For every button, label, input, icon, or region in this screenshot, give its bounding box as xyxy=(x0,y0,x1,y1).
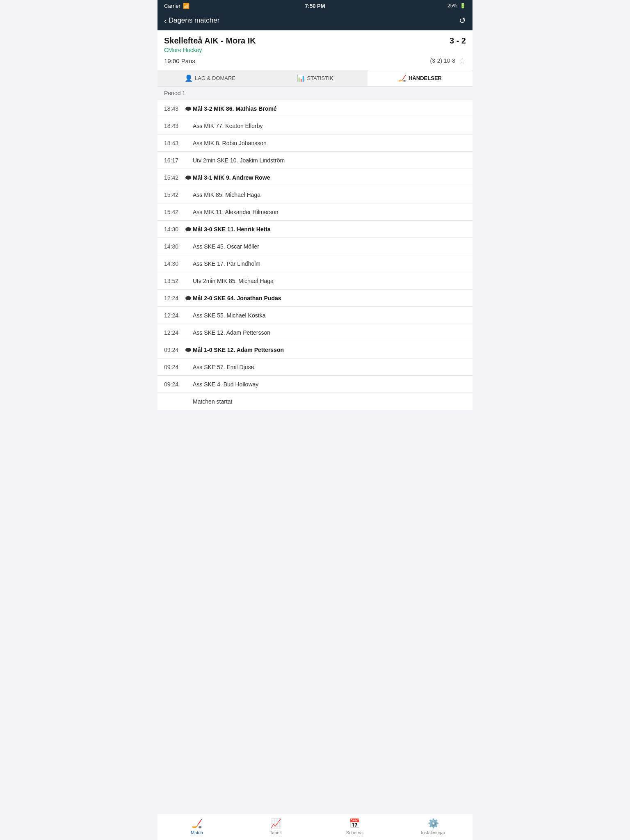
event-row: 12:24Ass SKE 55. Michael Kostka xyxy=(158,307,472,324)
match-title: Skellefteå AIK - Mora IK xyxy=(164,36,256,46)
event-time: 12:24 xyxy=(164,329,184,336)
event-row: 13:52Utv 2min MIK 85. Michael Haga xyxy=(158,272,472,290)
tab-lag-domare[interactable]: 👤 LAG & DOMARE xyxy=(158,70,262,86)
event-time: 14:30 xyxy=(164,243,184,250)
event-desc: Ass SKE 57. Emil Djuse xyxy=(193,364,466,370)
event-desc: Ass SKE 45. Oscar Möller xyxy=(193,243,466,250)
event-time: 12:24 xyxy=(164,295,184,301)
event-row: 18:43Ass MIK 77. Keaton Ellerby xyxy=(158,117,472,135)
event-row: 15:42Ass MIK 85. Michael Haga xyxy=(158,186,472,203)
event-desc: Ass SKE 55. Michael Kostka xyxy=(193,312,466,319)
events-section: Period 1 18:43Mål 3-2 MIK 86. Mathias Br… xyxy=(158,87,472,814)
event-time: 15:42 xyxy=(164,209,184,215)
event-row: 12:24Mål 2-0 SKE 64. Jonathan Pudas xyxy=(158,290,472,307)
match-header: Skellefteå AIK - Mora IK 3 - 2 CMore Hoc… xyxy=(158,30,472,70)
event-time: 18:43 xyxy=(164,105,184,112)
event-desc: Mål 2-0 SKE 64. Jonathan Pudas xyxy=(193,295,466,301)
event-row: 16:17Utv 2min SKE 10. Joakim Lindström xyxy=(158,152,472,169)
refresh-button[interactable]: ↺ xyxy=(459,16,466,25)
tab-bar: 👤 LAG & DOMARE 📊 STATISTIK 🏒 HÄNDELSER xyxy=(158,70,472,87)
match-title-row: Skellefteå AIK - Mora IK 3 - 2 xyxy=(164,36,466,46)
event-time: 16:17 xyxy=(164,157,184,164)
event-time: 15:42 xyxy=(164,192,184,198)
event-desc: Ass MIK 77. Keaton Ellerby xyxy=(193,123,466,129)
event-row: 09:24Mål 1-0 SKE 12. Adam Pettersson xyxy=(158,341,472,358)
event-time: 18:43 xyxy=(164,140,184,146)
puck-icon xyxy=(184,176,193,180)
tab-statistik[interactable]: 📊 STATISTIK xyxy=(262,70,368,86)
tab-lag-domare-label: LAG & DOMARE xyxy=(195,75,235,81)
tab-statistik-label: STATISTIK xyxy=(307,75,333,81)
battery-icon: 🔋 xyxy=(460,3,466,9)
event-row: 09:24Ass SKE 57. Emil Djuse xyxy=(158,358,472,376)
puck-icon xyxy=(184,348,193,352)
event-time: 14:30 xyxy=(164,260,184,267)
back-button[interactable]: ‹ Dagens matcher xyxy=(164,16,219,25)
match-period-score: (3-2) 10-8 xyxy=(430,57,455,64)
tab-handelser[interactable]: 🏒 HÄNDELSER xyxy=(368,70,472,86)
installningar-tab-icon: ⚙️ xyxy=(428,818,439,829)
event-desc: Ass SKE 4. Bud Holloway xyxy=(193,381,466,388)
bottom-tab-tabell[interactable]: 📈 Tabell xyxy=(236,817,315,836)
tabell-tab-icon: 📈 xyxy=(270,818,281,829)
schema-tab-icon: 📅 xyxy=(349,818,360,829)
event-time: 14:30 xyxy=(164,226,184,233)
event-desc: Ass SKE 12. Adam Pettersson xyxy=(193,329,466,336)
event-desc: Ass MIK 8. Robin Johansson xyxy=(193,140,466,146)
event-time: 09:24 xyxy=(164,347,184,353)
event-desc: Mål 3-2 MIK 86. Mathias Bromé xyxy=(193,105,466,112)
event-desc: Utv 2min MIK 85. Michael Haga xyxy=(193,278,466,284)
puck-icon xyxy=(184,296,193,300)
event-desc: Ass MIK 11. Alexander Hilmerson xyxy=(193,209,466,215)
event-row: 09:24Ass SKE 4. Bud Holloway xyxy=(158,376,472,393)
event-time: 13:52 xyxy=(164,278,184,284)
period-label: Period 1 xyxy=(164,90,185,96)
match-score: 3 - 2 xyxy=(450,36,466,46)
match-channel: CMore Hockey xyxy=(164,47,466,53)
back-label: Dagens matcher xyxy=(169,16,220,25)
event-row: 14:30Mål 3-0 SKE 11. Henrik Hetta xyxy=(158,221,472,238)
puck-icon xyxy=(184,107,193,111)
period-header: Period 1 xyxy=(158,87,472,100)
event-row: 15:42Ass MIK 11. Alexander Hilmerson xyxy=(158,203,472,221)
bottom-tab-match[interactable]: 🏒 Match xyxy=(158,817,236,836)
bottom-tab-installningar[interactable]: ⚙️ Inställningar xyxy=(394,817,472,836)
event-row: 14:30Ass SKE 45. Oscar Möller xyxy=(158,238,472,255)
statistik-icon: 📊 xyxy=(297,74,305,82)
event-desc: Mål 3-0 SKE 11. Henrik Hetta xyxy=(193,226,466,233)
match-tab-label: Match xyxy=(191,830,203,835)
event-desc: Ass SKE 17. Pär Lindholm xyxy=(193,260,466,267)
event-row: 12:24Ass SKE 12. Adam Pettersson xyxy=(158,324,472,341)
carrier-label: Carrier xyxy=(164,3,180,9)
event-time: 15:42 xyxy=(164,174,184,181)
refresh-icon: ↺ xyxy=(459,16,466,25)
event-desc: Mål 3-1 MIK 9. Andrew Rowe xyxy=(193,174,466,181)
handelser-icon: 🏒 xyxy=(398,74,406,82)
installningar-tab-label: Inställningar xyxy=(421,830,445,835)
status-bar: Carrier 📶 7:50 PM 25% 🔋 xyxy=(158,0,472,11)
match-time: 19:00 Paus xyxy=(164,57,195,64)
chevron-left-icon: ‹ xyxy=(164,16,167,25)
lag-domare-icon: 👤 xyxy=(185,74,193,82)
event-row: 14:30Ass SKE 17. Pär Lindholm xyxy=(158,255,472,272)
event-desc: Ass MIK 85. Michael Haga xyxy=(193,192,466,198)
event-time: 12:24 xyxy=(164,312,184,319)
battery-label: 25% xyxy=(447,3,457,9)
nav-header: ‹ Dagens matcher ↺ xyxy=(158,11,472,30)
event-row: Matchen startat xyxy=(158,393,472,410)
status-bar-time: 7:50 PM xyxy=(305,3,325,9)
event-desc: Matchen startat xyxy=(193,398,466,405)
tabell-tab-label: Tabell xyxy=(270,830,282,835)
events-list: 18:43Mål 3-2 MIK 86. Mathias Bromé18:43A… xyxy=(158,100,472,410)
event-time: 09:24 xyxy=(164,381,184,388)
event-desc: Utv 2min SKE 10. Joakim Lindström xyxy=(193,157,466,164)
match-info-right: (3-2) 10-8 ☆ xyxy=(430,56,466,66)
event-time: 09:24 xyxy=(164,364,184,370)
bottom-tab-bar: 🏒 Match 📈 Tabell 📅 Schema ⚙️ Inställning… xyxy=(158,814,472,840)
event-desc: Mål 1-0 SKE 12. Adam Pettersson xyxy=(193,347,466,353)
bottom-tab-schema[interactable]: 📅 Schema xyxy=(315,817,394,836)
status-bar-right: 25% 🔋 xyxy=(447,3,466,9)
event-row: 15:42Mål 3-1 MIK 9. Andrew Rowe xyxy=(158,169,472,186)
favorite-star-icon[interactable]: ☆ xyxy=(459,56,466,66)
tab-handelser-label: HÄNDELSER xyxy=(409,75,442,81)
